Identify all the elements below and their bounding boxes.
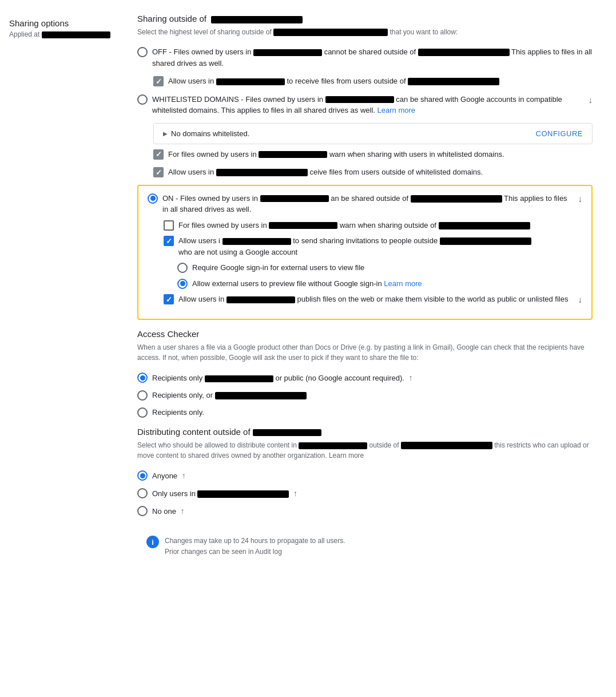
warn-whitelisted-text: For files owned by users in warn when sh… xyxy=(168,149,593,160)
option-whitelisted-text: WHITELISTED DOMAINS - Files owned by use… xyxy=(152,94,583,116)
allow-invitations: ✓ Allow users i to send sharing invitati… xyxy=(164,235,582,258)
info-icon: i xyxy=(146,536,159,548)
up-arrow-only-users: ↑ xyxy=(293,489,297,498)
checkbox-allow-invitations[interactable]: ✓ xyxy=(164,236,174,246)
option-off-text: OFF - Files owned by users in cannot be … xyxy=(152,46,593,69)
require-signin-text: Require Google sign-in for external user… xyxy=(192,262,582,274)
warn-whitelisted: ✓ For files owned by users in warn when … xyxy=(153,149,593,160)
domains-text: ▶ No domains whitelisted. xyxy=(163,129,249,138)
allow-receive-whitelisted-text: Allow users in ceive files from users ou… xyxy=(168,167,593,178)
up-arrow-anyone: ↑ xyxy=(182,471,186,480)
allow-publish: ✓ Allow users in publish files on the we… xyxy=(164,294,582,305)
checkbox-allow-receive-off[interactable]: ✓ xyxy=(153,76,164,86)
on-option-box: ON - Files owned by users in an be share… xyxy=(137,185,593,320)
allow-invitations-text: Allow users i to send sharing invitation… xyxy=(178,235,582,258)
radio-recipients-only[interactable] xyxy=(137,407,148,418)
option-recipients-public[interactable]: Recipients only or public (no Google acc… xyxy=(137,372,593,384)
sidebar: Sharing options Applied at xyxy=(0,9,137,578)
preview-learn-more[interactable]: Learn more xyxy=(384,279,422,288)
sidebar-title: Sharing options xyxy=(9,18,128,28)
option-on[interactable]: ON - Files owned by users in an be share… xyxy=(148,193,582,215)
access-checker-section: Access Checker When a user shares a file… xyxy=(137,329,593,418)
radio-off[interactable] xyxy=(137,47,148,57)
checkbox-warn-whitelisted[interactable]: ✓ xyxy=(153,149,164,160)
radio-allow-preview[interactable] xyxy=(177,279,188,289)
radio-only-users[interactable] xyxy=(137,488,148,498)
allow-publish-text: Allow users in publish files on the web … xyxy=(178,294,573,305)
up-arrow-1: ↑ xyxy=(409,373,413,382)
radio-recipients-public[interactable] xyxy=(137,373,148,383)
radio-recipients-or[interactable] xyxy=(137,390,148,401)
checkbox-allow-receive-whitelisted[interactable]: ✓ xyxy=(153,167,164,177)
recipients-only-text: Recipients only. xyxy=(152,407,593,418)
publish-chevron: ↓ xyxy=(578,295,582,305)
audit-log-link[interactable]: Audit log xyxy=(255,548,282,556)
anyone-text: Anyone ↑ xyxy=(152,470,593,482)
domains-box: ▶ No domains whitelisted. CONFIGURE xyxy=(153,123,593,144)
option-only-users[interactable]: Only users in ↑ xyxy=(137,488,593,500)
checkbox-allow-publish[interactable]: ✓ xyxy=(164,294,174,304)
access-checker-title: Access Checker xyxy=(137,329,593,339)
triangle-icon: ▶ xyxy=(163,130,168,137)
allow-receive-whitelisted: ✓ Allow users in ceive files from users … xyxy=(153,167,593,178)
sidebar-applied-at: Applied at xyxy=(9,30,128,38)
option-whitelisted[interactable]: WHITELISTED DOMAINS - Files owned by use… xyxy=(137,94,593,116)
section-desc: Select the highest level of sharing outs… xyxy=(137,27,593,37)
main-content: Sharing outside of Select the highest le… xyxy=(137,9,606,578)
access-checker-desc: When a user shares a file via a Google p… xyxy=(137,342,593,363)
option-recipients-only[interactable]: Recipients only. xyxy=(137,407,593,418)
distributing-learn-more[interactable]: Learn more xyxy=(329,452,364,460)
footer-text: Changes may take up to 24 hours to propa… xyxy=(165,536,345,557)
radio-no-one[interactable] xyxy=(137,506,148,516)
up-arrow-no-one: ↑ xyxy=(181,506,185,516)
allow-receive-off-text: Allow users in to receive files from use… xyxy=(168,76,593,87)
recipients-public-text: Recipients only or public (no Google acc… xyxy=(152,372,593,384)
section-title: Sharing outside of xyxy=(137,14,206,23)
radio-require-signin[interactable] xyxy=(177,263,188,273)
warn-on-text: For files owned by users in warn when sh… xyxy=(178,220,582,231)
distributing-title: Distributing content outside of xyxy=(137,427,593,437)
require-signin[interactable]: Require Google sign-in for external user… xyxy=(177,262,582,274)
radio-whitelisted[interactable] xyxy=(137,94,148,105)
allow-preview[interactable]: Allow external users to preview file wit… xyxy=(177,278,582,290)
option-anyone[interactable]: Anyone ↑ xyxy=(137,470,593,482)
only-users-text: Only users in ↑ xyxy=(152,488,593,500)
no-one-text: No one ↑ xyxy=(152,505,593,517)
allow-receive-off: ✓ Allow users in to receive files from u… xyxy=(153,76,593,87)
radio-anyone[interactable] xyxy=(137,470,148,481)
distributing-section: Distributing content outside of Select w… xyxy=(137,427,593,517)
checkbox-warn-on[interactable] xyxy=(164,220,174,231)
distributing-desc: Select who should be allowed to distribu… xyxy=(137,440,593,461)
footer-info: i Changes may take up to 24 hours to pro… xyxy=(137,529,593,564)
configure-button[interactable]: CONFIGURE xyxy=(536,129,583,138)
recipients-or-text: Recipients only, or xyxy=(152,390,593,401)
option-off[interactable]: OFF - Files owned by users in cannot be … xyxy=(137,46,593,69)
whitelisted-chevron: ↓ xyxy=(588,95,593,105)
on-chevron: ↓ xyxy=(578,194,582,204)
whitelisted-learn-more[interactable]: Learn more xyxy=(377,106,415,114)
allow-preview-text: Allow external users to preview file wit… xyxy=(192,278,582,290)
warn-on: For files owned by users in warn when sh… xyxy=(164,220,582,231)
radio-on[interactable] xyxy=(148,193,158,204)
option-recipients-or[interactable]: Recipients only, or xyxy=(137,390,593,401)
option-on-text: ON - Files owned by users in an be share… xyxy=(162,193,573,215)
option-no-one[interactable]: No one ↑ xyxy=(137,505,593,517)
